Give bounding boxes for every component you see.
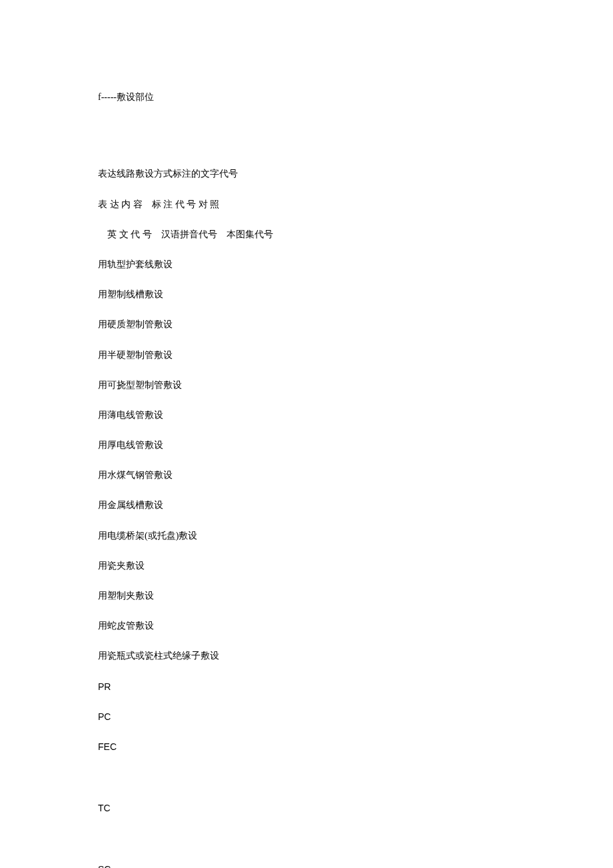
desc-text: 用瓷瓶式或瓷柱式绝缘子敷设 <box>98 651 219 661</box>
code-text: SC <box>98 864 111 869</box>
description-line: 用水煤气钢管敷设 <box>98 468 613 483</box>
header-line: f-----敷设部位 <box>98 90 613 105</box>
description-line: 用轨型护套线敷设 <box>98 257 613 273</box>
desc-text: 用瓷夹敷设 <box>98 561 145 571</box>
description-line: 用可挠型塑制管敷设 <box>98 378 613 393</box>
code-text: TC <box>98 803 111 813</box>
description-line: 用瓷瓶式或瓷柱式绝缘子敷设 <box>98 649 613 664</box>
code-text: PC <box>98 711 111 722</box>
header-row-text: 表 达 内 容 标 注 代 号 对 照 <box>98 199 219 209</box>
description-line: 用电缆桥架(或托盘)敷设 <box>98 529 613 544</box>
desc-text: 用塑制线槽敷设 <box>98 289 163 299</box>
desc-text: 用半硬塑制管敷设 <box>98 350 173 360</box>
description-line: 用厚电线管敷设 <box>98 438 613 453</box>
title-text: 表达线路敷设方式标注的文字代号 <box>98 169 238 179</box>
desc-text: 用硬质塑制管敷设 <box>98 319 173 329</box>
desc-text: 用可挠型塑制管敷设 <box>98 380 182 390</box>
desc-text: 用蛇皮管敷设 <box>98 621 154 631</box>
description-line: 用硬质塑制管敷设 <box>98 317 613 333</box>
code-line: FEC <box>98 739 613 755</box>
code-text: PR <box>98 681 111 692</box>
code-line: PR <box>98 679 613 695</box>
desc-text: 用水煤气钢管敷设 <box>98 470 173 480</box>
description-line: 用塑制夹敷设 <box>98 589 613 604</box>
description-line: 用塑制线槽敷设 <box>98 287 613 303</box>
desc-text: 用塑制夹敷设 <box>98 591 154 601</box>
description-line: 用瓷夹敷设 <box>98 559 613 574</box>
desc-text: 用电缆桥架(或托盘)敷设 <box>98 531 197 541</box>
desc-text: 用轨型护套线敷设 <box>98 259 173 269</box>
document-body: f-----敷设部位 表达线路敷设方式标注的文字代号 表 达 内 容 标 注 代… <box>98 75 613 868</box>
description-line: 用蛇皮管敷设 <box>98 619 613 634</box>
code-line: PC <box>98 709 613 725</box>
subheader-row: 英 文 代 号 汉语拼音代号 本图集代号 <box>98 227 613 243</box>
desc-text: 用薄电线管敷设 <box>98 410 163 420</box>
header-row: 表 达 内 容 标 注 代 号 对 照 <box>98 197 613 213</box>
description-line: 用半硬塑制管敷设 <box>98 348 613 363</box>
subheader-text: 英 文 代 号 汉语拼音代号 本图集代号 <box>107 229 273 239</box>
desc-text: 用厚电线管敷设 <box>98 440 163 450</box>
code-line: TC <box>98 801 613 816</box>
code-line: SC <box>98 862 613 869</box>
description-line: 用薄电线管敷设 <box>98 408 613 423</box>
header-text: f-----敷设部位 <box>98 92 154 102</box>
description-line: 用金属线槽敷设 <box>98 498 613 513</box>
code-text: FEC <box>98 741 117 752</box>
desc-text: 用金属线槽敷设 <box>98 500 163 510</box>
title-line: 表达线路敷设方式标注的文字代号 <box>98 167 613 182</box>
